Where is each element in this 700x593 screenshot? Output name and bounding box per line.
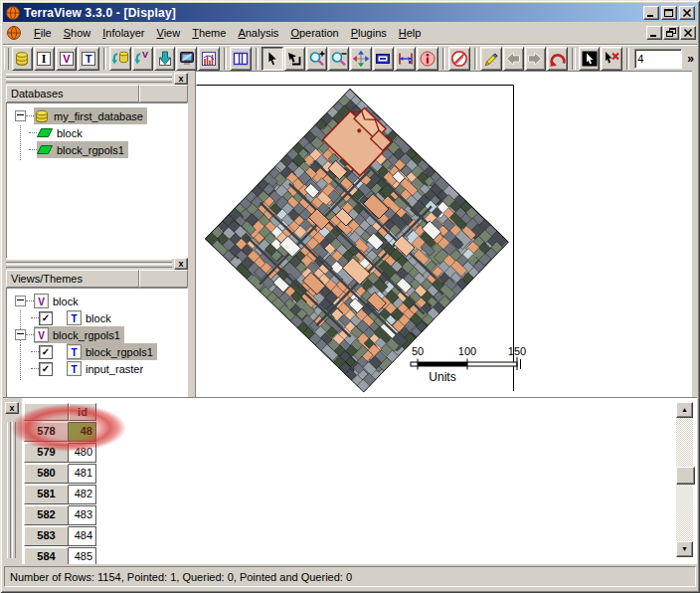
import-data-button[interactable]: [154, 47, 175, 71]
table-row[interactable]: 581482: [24, 485, 96, 504]
edit-tool-button[interactable]: [480, 47, 501, 71]
theme-checkbox[interactable]: ✓: [39, 362, 53, 376]
fit-extent-tool-button[interactable]: [373, 47, 394, 71]
info-tool-button[interactable]: [417, 47, 438, 71]
import-database-button[interactable]: [109, 47, 130, 71]
pan-tool-button[interactable]: [350, 47, 371, 71]
id-cell[interactable]: 483: [69, 505, 96, 525]
tree-item-view-label[interactable]: V block_rgpols1: [34, 326, 124, 343]
row-header[interactable]: 583: [24, 526, 69, 546]
pointer-tool-button[interactable]: [262, 47, 282, 71]
id-cell[interactable]: 482: [69, 485, 96, 504]
id-column-header[interactable]: id: [69, 403, 96, 421]
tree-item-view[interactable]: V block_rgpols1: [7, 326, 187, 343]
zoom-in-tool-button[interactable]: [306, 47, 327, 71]
table-row[interactable]: 580481: [24, 464, 96, 484]
unselect-button[interactable]: [601, 47, 621, 71]
toolbar-grip[interactable]: [4, 48, 9, 70]
zoom-cursor-tool-button[interactable]: [284, 47, 305, 71]
row-header[interactable]: 579: [24, 443, 69, 463]
tree-item-theme[interactable]: ✓ T block: [7, 309, 187, 326]
row-header[interactable]: 580: [24, 464, 69, 484]
corner-header-cell[interactable]: [24, 403, 69, 421]
more-buttons-chevron[interactable]: »: [684, 52, 697, 66]
table-row[interactable]: 582483: [24, 505, 96, 525]
view-button[interactable]: V: [56, 47, 77, 71]
table-row[interactable]: 583484: [24, 526, 96, 546]
scrollbar-thumb[interactable]: [676, 467, 695, 485]
databases-header-cell[interactable]: Databases: [6, 85, 139, 102]
tree-item-layer-label[interactable]: block: [37, 124, 87, 141]
menu-plugins[interactable]: Plugins: [345, 24, 393, 42]
databases-header-cell-empty[interactable]: [139, 85, 188, 102]
table-row[interactable]: 584485: [24, 547, 96, 564]
display-window-button[interactable]: [176, 47, 197, 71]
maximize-button[interactable]: [661, 6, 677, 20]
title-bar[interactable]: TerraView 3.3.0 - [Display]: [3, 3, 697, 22]
tree-item-theme-label[interactable]: T block_rgpols1: [67, 343, 157, 360]
tree-item-theme-label[interactable]: T block: [67, 309, 115, 326]
minimize-button[interactable]: [643, 6, 659, 20]
row-header[interactable]: 584: [24, 547, 69, 564]
tree-item-database[interactable]: my_first_database: [7, 107, 187, 124]
views-panel-grip[interactable]: x: [6, 259, 188, 269]
attribute-table-button[interactable]: [230, 47, 251, 71]
mdi-restore-button[interactable]: [663, 26, 679, 40]
document-system-icon[interactable]: [6, 25, 22, 41]
menu-operation[interactable]: Operation: [284, 24, 344, 42]
menu-file[interactable]: File: [28, 24, 58, 42]
close-button[interactable]: [679, 6, 695, 20]
tree-item-view[interactable]: V block: [7, 293, 187, 309]
scroll-down-button[interactable]: ▼: [676, 541, 693, 557]
row-header[interactable]: 578: [24, 422, 69, 442]
databases-panel-close-button[interactable]: x: [174, 73, 188, 85]
tree-item-theme[interactable]: ✓ T block_rgpols1: [7, 343, 187, 360]
table-vertical-scrollbar[interactable]: ▲ ▼: [676, 402, 693, 557]
id-cell[interactable]: 481: [69, 464, 96, 484]
id-cell[interactable]: 485: [69, 547, 96, 564]
collapse-expander[interactable]: [15, 329, 26, 340]
tree-item-database-label[interactable]: my_first_database: [34, 107, 147, 124]
id-cell[interactable]: 480: [69, 443, 96, 463]
previous-button[interactable]: [503, 47, 524, 71]
menu-show[interactable]: Show: [58, 24, 97, 42]
tree-item-theme-label[interactable]: T input_raster: [67, 360, 147, 377]
table-grip-strip[interactable]: x: [3, 398, 23, 564]
zoom-out-tool-button[interactable]: [328, 47, 349, 71]
graphic-edit-off-button[interactable]: [448, 47, 469, 71]
collapse-expander[interactable]: [15, 110, 26, 121]
theme-checkbox[interactable]: ✓: [39, 311, 53, 325]
menu-help[interactable]: Help: [393, 24, 428, 42]
infolayer-button[interactable]: I: [34, 47, 55, 71]
table-row[interactable]: 579480: [24, 443, 96, 463]
databases-panel-grip[interactable]: x: [6, 74, 188, 84]
graphic-window-button[interactable]: [198, 47, 219, 71]
id-cell-pointed[interactable]: 48: [69, 422, 96, 442]
scale-input[interactable]: [634, 49, 682, 69]
tree-item-layer[interactable]: block_rgpols1: [7, 141, 187, 158]
mdi-close-button[interactable]: [680, 26, 696, 40]
undo-button[interactable]: [547, 47, 568, 71]
distance-tool-button[interactable]: [395, 47, 416, 71]
theme-button[interactable]: T: [78, 47, 98, 71]
menu-infolayer[interactable]: Infolayer: [96, 24, 150, 42]
scroll-up-button[interactable]: ▲: [676, 402, 693, 418]
tree-item-layer[interactable]: block: [7, 124, 187, 141]
views-panel-close-button[interactable]: x: [174, 258, 188, 270]
select-pointed-button[interactable]: [579, 47, 600, 71]
mdi-minimize-button[interactable]: [646, 26, 662, 40]
next-button[interactable]: [525, 47, 546, 71]
menu-theme[interactable]: Theme: [186, 24, 232, 42]
table-close-button[interactable]: x: [5, 402, 19, 414]
import-view-button[interactable]: V: [132, 47, 153, 71]
database-button[interactable]: [12, 47, 33, 71]
row-header[interactable]: 582: [24, 505, 69, 525]
menu-view[interactable]: View: [150, 24, 186, 42]
id-cell[interactable]: 484: [69, 526, 96, 546]
views-header-cell-empty[interactable]: [139, 270, 188, 288]
row-header[interactable]: 581: [24, 485, 69, 504]
tree-item-theme[interactable]: ✓ T input_raster: [7, 360, 187, 377]
views-header-cell[interactable]: Views/Themes: [6, 270, 139, 288]
collapse-expander[interactable]: [15, 296, 26, 306]
menu-analysis[interactable]: Analysis: [232, 24, 284, 42]
